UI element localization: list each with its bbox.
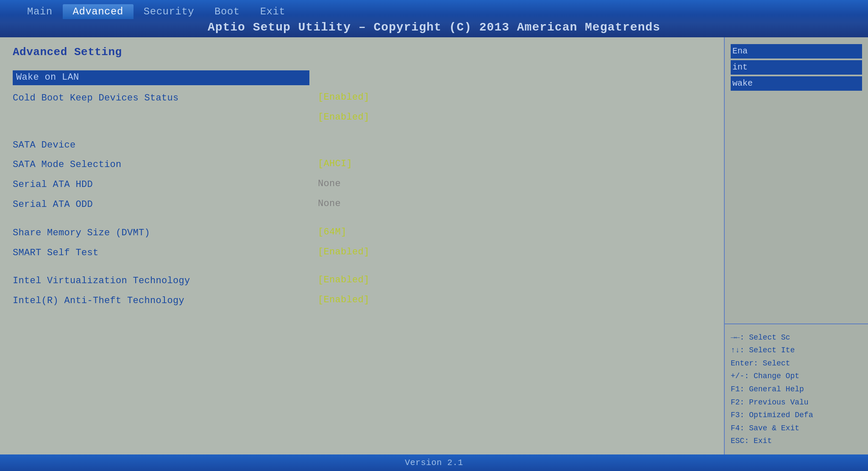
setting-label: Cold Boot Keep Devices Status: [13, 92, 309, 105]
setting-value: [Enabled]: [309, 275, 370, 285]
settings-list: Wake on LANCold Boot Keep Devices Status…: [13, 67, 711, 311]
setting-label: SATA Mode Selection: [13, 159, 309, 172]
help-line: wake: [731, 76, 862, 91]
setting-label: Serial ATA HDD: [13, 178, 309, 192]
key-line: ESC: Exit: [731, 435, 862, 448]
bios-title: Aptio Setup Utility – Copyright (C) 2013…: [208, 21, 660, 34]
table-row: [Enabled]: [13, 109, 711, 127]
help-line: Ena: [731, 44, 862, 59]
setting-value: [Enabled]: [309, 247, 370, 257]
keys-area: →←: Select Sc↑↓: Select IteEnter: Select…: [725, 324, 868, 454]
menu-item-advanced[interactable]: Advanced: [63, 4, 134, 19]
key-line: ↑↓: Select Ite: [731, 344, 862, 357]
menu-bar: MainAdvancedSecurityBootExit: [8, 3, 860, 19]
spacer-row: [13, 263, 711, 271]
menu-item-main[interactable]: Main: [17, 4, 63, 19]
table-row[interactable]: Serial ATA ODDNone: [13, 195, 711, 215]
spacer-row: [13, 127, 711, 136]
title-bar-top: MainAdvancedSecurityBootExit: [0, 3, 868, 19]
table-row[interactable]: SATA Device: [13, 136, 711, 156]
bios-screen: MainAdvancedSecurityBootExit Aptio Setup…: [0, 0, 868, 471]
key-line: F2: Previous Valu: [731, 396, 862, 409]
help-text-area: Enaintwake: [725, 37, 868, 323]
menu-item-exit[interactable]: Exit: [250, 4, 296, 19]
key-line: F3: Optimized Defa: [731, 409, 862, 422]
setting-value: [64M]: [309, 227, 347, 237]
table-row[interactable]: SMART Self Test[Enabled]: [13, 243, 711, 263]
setting-label: Intel(R) Anti-Theft Technology: [13, 295, 309, 308]
setting-value: [Enabled]: [309, 112, 370, 123]
table-row[interactable]: Intel(R) Anti-Theft Technology[Enabled]: [13, 291, 711, 311]
setting-value: None: [309, 178, 341, 189]
setting-label: Share Memory Size (DVMT): [13, 227, 309, 240]
key-line: F1: General Help: [731, 383, 862, 396]
setting-label: Serial ATA ODD: [13, 198, 309, 212]
key-line: Enter: Select: [731, 357, 862, 370]
setting-value: None: [309, 198, 341, 209]
section-title: Advanced Setting: [13, 46, 711, 59]
menu-item-security[interactable]: Security: [134, 4, 204, 19]
setting-label: Intel Virtualization Technology: [13, 275, 309, 288]
title-bar: MainAdvancedSecurityBootExit Aptio Setup…: [0, 0, 868, 37]
setting-label: SATA Device: [13, 139, 309, 152]
right-panel: Enaintwake →←: Select Sc↑↓: Select IteEn…: [724, 37, 868, 454]
setting-value: [Enabled]: [309, 92, 370, 103]
table-row[interactable]: SATA Mode Selection[AHCI]: [13, 155, 711, 175]
table-row[interactable]: Cold Boot Keep Devices Status[Enabled]: [13, 89, 711, 109]
menu-item-boot[interactable]: Boot: [204, 4, 250, 19]
setting-label: SMART Self Test: [13, 247, 309, 260]
bottom-bar: Version 2.1: [0, 454, 868, 471]
version-text: Version 2.1: [405, 458, 463, 468]
table-row[interactable]: Intel Virtualization Technology[Enabled]: [13, 271, 711, 291]
setting-value: [Enabled]: [309, 295, 370, 305]
help-line: int: [731, 60, 862, 75]
main-panel: Advanced Setting Wake on LANCold Boot Ke…: [0, 37, 724, 454]
key-line: +/-: Change Opt: [731, 370, 862, 383]
setting-value: [AHCI]: [309, 159, 352, 169]
table-row[interactable]: Wake on LAN: [13, 67, 711, 89]
spacer-row: [13, 215, 711, 223]
setting-label: Wake on LAN: [13, 70, 309, 85]
table-row[interactable]: Share Memory Size (DVMT)[64M]: [13, 223, 711, 243]
key-line: →←: Select Sc: [731, 331, 862, 344]
content-area: Advanced Setting Wake on LANCold Boot Ke…: [0, 37, 868, 454]
table-row[interactable]: Serial ATA HDDNone: [13, 175, 711, 195]
key-line: F4: Save & Exit: [731, 422, 862, 435]
